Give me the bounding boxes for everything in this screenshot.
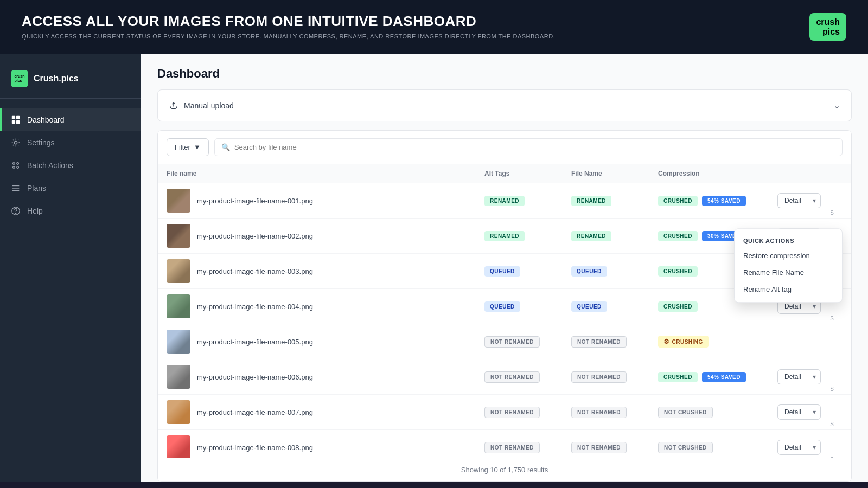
s-label: S [830,421,834,427]
table-row: my-product-image-file-name-007.png NOT R… [158,395,851,430]
dropdown-button[interactable]: ▾ [808,404,821,420]
search-box[interactable]: 🔍 [214,138,843,156]
brand-name: Crush.pics [34,74,79,84]
dropdown-button[interactable]: ▾ [808,193,821,208]
alt-tag-badge: NOT RENAMED [484,371,540,383]
dropdown-button[interactable]: ▾ [808,440,821,455]
upload-icon [169,100,178,111]
detail-button[interactable]: Detail [777,193,808,208]
content-area: Dashboard Manual upload ⌄ Filter [141,54,868,482]
banner-title: ACCESS ALL YOUR IMAGES FROM ONE INTUITIV… [22,13,555,30]
file-name-cell: NOT RENAMED [571,407,658,418]
chevron-down-icon: ⌄ [833,100,840,111]
upload-label: Manual upload [184,101,234,110]
table-header: File name Alt Tags File Name Compression [158,164,851,183]
s-label: S [830,457,834,458]
search-input[interactable] [234,143,835,151]
sidebar-item-dashboard[interactable]: Dashboard [0,108,141,131]
sidebar-item-batch-actions[interactable]: Batch Actions [0,154,141,177]
detail-button[interactable]: Detail [777,440,808,455]
table-footer: Showing 10 of 1,750 results [158,458,851,481]
filter-chevron-icon: ▼ [194,143,201,151]
alt-tag-badge: NOT RENAMED [484,407,540,418]
compression-cell: ⚙ CRUSHING [658,336,777,348]
sidebar-item-plans[interactable]: Plans [0,177,141,200]
file-cell: my-product-image-file-name-002.png [167,224,484,248]
col-compression: Compression [658,170,777,177]
compression-badge: CRUSHED [658,301,698,312]
results-count: Showing 10 of 1,750 results [461,466,548,474]
dashboard-label: Dashboard [27,115,65,124]
file-name-badge: RENAMED [571,231,611,241]
search-icon: 🔍 [221,143,230,151]
dashboard-icon [11,115,21,125]
compression-badge: NOT CRUSHED [658,407,713,418]
file-name-cell: NOT RENAMED [571,371,658,383]
alt-tag-cell: NOT RENAMED [484,371,571,383]
alt-tag-badge: QUEUED [484,266,520,277]
detail-button[interactable]: Detail [777,404,808,420]
col-file-name: File name [167,170,484,177]
restore-compression-item[interactable]: Restore compression [735,247,842,264]
file-name-text: my-product-image-file-name-004.png [197,303,313,311]
alt-tag-cell: QUEUED [484,301,571,312]
rename-file-name-item[interactable]: Rename File Name [735,264,842,281]
file-cell: my-product-image-file-name-003.png [167,259,484,283]
svg-rect-0 [12,116,15,119]
page-header: Dashboard [141,54,868,89]
logo-area: crush pics [809,13,846,41]
sidebar-brand: crushpics Crush.pics [0,65,141,99]
file-name-cell: RENAMED [571,195,658,206]
detail-button[interactable]: Detail [777,369,808,384]
action-cell: Detail ▾ S [777,404,843,420]
file-name-badge: NOT RENAMED [571,442,627,453]
filter-button[interactable]: Filter ▼ [167,138,209,156]
batch-actions-icon [11,160,21,170]
thumbnail [167,224,190,248]
compression-cell: NOT CRUSHED [658,442,777,453]
col-file-name-header: File Name [571,170,658,177]
dropdown-button[interactable]: ▾ [808,369,821,384]
action-cell: Detail ▾ S [777,440,843,455]
compression-cell: NOT CRUSHED [658,407,777,418]
brand-icon: crushpics [11,70,28,87]
sidebar: crushpics Crush.pics Dashboard Settings [0,54,141,482]
alt-tag-badge: RENAMED [484,231,525,241]
file-name-cell: QUEUED [571,301,658,312]
page-title: Dashboard [157,67,852,81]
svg-point-6 [17,163,19,165]
compression-cell: CRUSHED [658,301,777,312]
rename-alt-tag-item[interactable]: Rename Alt tag [735,281,842,298]
svg-point-8 [17,166,19,169]
batch-actions-label: Batch Actions [27,161,73,170]
sidebar-nav: Dashboard Settings Batch Actions Plans [0,104,141,227]
col-actions [777,170,843,177]
table-body: my-product-image-file-name-001.png RENAM… [158,183,851,458]
file-name-text: my-product-image-file-name-002.png [197,232,313,240]
sidebar-item-settings[interactable]: Settings [0,131,141,154]
quick-actions-dropdown: QUICK ACTIONS Restore compression Rename… [734,228,843,303]
alt-tag-badge: NOT RENAMED [484,442,540,453]
alt-tag-badge: RENAMED [484,196,525,206]
thumbnail [167,294,190,318]
file-name-text: my-product-image-file-name-001.png [197,197,313,205]
file-name-text: my-product-image-file-name-003.png [197,267,313,275]
compression-cell: CRUSHED54% SAVED [658,372,777,382]
file-name-cell: QUEUED [571,266,658,277]
action-cell: Detail ▾ S [777,369,843,384]
upload-left: Manual upload [169,100,234,111]
sidebar-item-help[interactable]: Help [0,200,141,222]
thumbnail [167,435,190,458]
help-icon [11,206,21,216]
action-cell: Detail ▾ S [777,193,843,208]
thumbnail [167,365,190,389]
file-name-badge: NOT RENAMED [571,336,627,348]
alt-tag-cell: NOT RENAMED [484,442,571,453]
plans-icon [11,183,21,193]
plans-label: Plans [27,184,46,192]
alt-tag-cell: RENAMED [484,230,571,241]
compression-badge: ⚙ CRUSHING [658,336,709,348]
file-name-cell: NOT RENAMED [571,442,658,453]
upload-panel[interactable]: Manual upload ⌄ [157,89,852,121]
filter-label: Filter [175,143,190,151]
